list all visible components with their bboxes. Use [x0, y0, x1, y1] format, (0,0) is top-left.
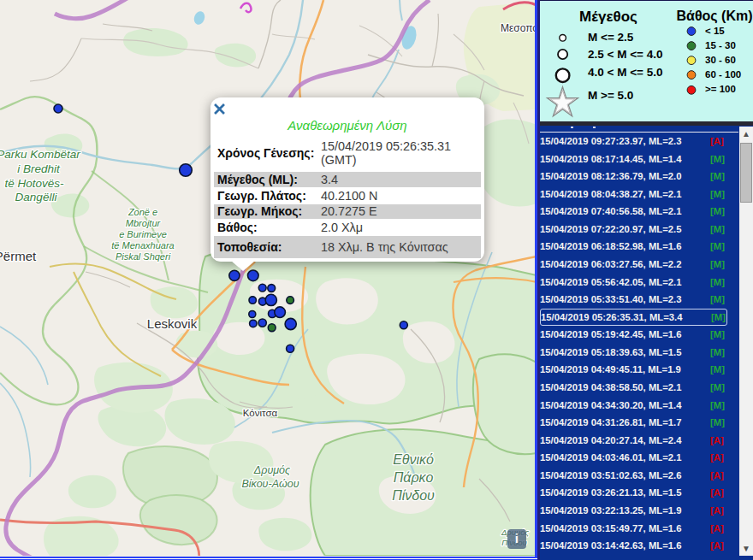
svg-text:i Bredhit: i Bredhit: [17, 162, 61, 175]
svg-text:Εθνικό: Εθνικό: [393, 452, 434, 467]
svg-text:e Burimeve: e Burimeve: [119, 229, 167, 239]
svg-text:Mbrojtur: Mbrojtur: [126, 218, 162, 228]
svg-text:të Hotovës-: të Hotovës-: [4, 177, 64, 190]
svg-text:Leskovik: Leskovik: [147, 316, 198, 331]
svg-text:Parku Kombëtar: Parku Kombëtar: [0, 148, 80, 161]
svg-text:Piskal Shqeri: Piskal Shqeri: [116, 251, 171, 262]
svg-text:Μεσοποτ: Μεσοποτ: [501, 22, 537, 34]
svg-text:Βίκου-Αώου: Βίκου-Αώου: [241, 478, 299, 490]
svg-text:Dangëlli: Dangëlli: [15, 191, 58, 203]
svg-text:të Menaxhuara: të Menaxhuara: [111, 240, 174, 251]
svg-text:Κόνιτσα: Κόνιτσα: [243, 408, 278, 418]
svg-text:Πάρκο: Πάρκο: [394, 470, 434, 485]
svg-text:Πίνδου: Πίνδου: [392, 488, 435, 503]
svg-text:Δρυμός: Δρυμός: [253, 464, 291, 476]
svg-text:Zonë e: Zonë e: [127, 207, 157, 217]
svg-text:Përmet: Përmet: [0, 249, 37, 263]
